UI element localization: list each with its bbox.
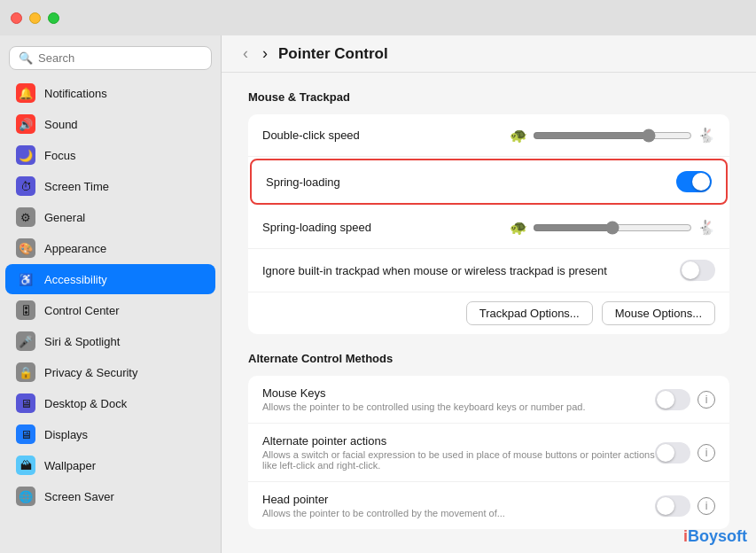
slider-container-double-click-speed: 🐢🐇 [510, 127, 715, 144]
slider-double-click-speed[interactable] [533, 129, 692, 143]
right-panel: ‹ › Pointer Control Mouse & TrackpadDoub… [222, 35, 756, 553]
accessibility-icon: ♿ [16, 269, 35, 289]
toggle-mouse-keys[interactable] [655, 389, 690, 410]
row-label-spring-loading: Spring-loading [266, 175, 676, 189]
page-title: Pointer Control [278, 45, 388, 63]
close-button[interactable] [11, 12, 22, 24]
section-title-mouse-trackpad: Mouse & Trackpad [248, 90, 729, 104]
toggle-track-mouse-keys[interactable] [655, 389, 690, 410]
sidebar-item-focus[interactable]: 🌙Focus [5, 140, 215, 170]
info-icon-mouse-keys[interactable]: i [698, 391, 715, 409]
notifications-icon: 🔔 [16, 83, 35, 103]
sidebar-item-sound[interactable]: 🔊Sound [5, 109, 215, 139]
sidebar-item-wallpaper[interactable]: 🏔Wallpaper [5, 450, 215, 480]
sidebar-item-privacy[interactable]: 🔒Privacy & Security [5, 357, 215, 387]
toggle-thumb-mouse-keys [657, 391, 674, 409]
sidebar-item-label-focus: Focus [44, 149, 75, 162]
displays-icon: 🖥 [16, 424, 35, 444]
row-label-spring-loading-speed: Spring-loading speed [262, 221, 510, 234]
sidebar-item-label-accessibility: Accessibility [44, 273, 107, 286]
panel-body: Mouse & TrackpadDouble-click speed🐢🐇Spri… [222, 73, 756, 553]
section-title-alternate-control: Alternate Control Methods [248, 352, 729, 365]
sidebar-item-accessibility[interactable]: ♿Accessibility [5, 264, 215, 294]
sidebar-item-label-appearance: Appearance [44, 242, 106, 255]
minimize-button[interactable] [29, 12, 41, 24]
sidebar-item-appearance[interactable]: 🎨Appearance [5, 233, 215, 263]
toggle-thumb-head-pointer [657, 497, 674, 515]
sidebar-item-displays[interactable]: 🖥Displays [5, 419, 215, 449]
panel-header: ‹ › Pointer Control [222, 35, 756, 73]
appearance-icon: 🎨 [16, 238, 35, 258]
toggle-track-alternate-pointer[interactable] [655, 442, 690, 463]
settings-row-ignore-trackpad: Ignore built-in trackpad when mouse or w… [248, 249, 729, 292]
toggle-head-pointer[interactable] [655, 495, 690, 517]
row-label-mouse-keys: Mouse Keys [262, 386, 655, 400]
settings-row-alternate-pointer: Alternate pointer actionsAllows a switch… [248, 424, 729, 482]
toggle-thumb-alternate-pointer [657, 444, 674, 462]
trackpad-options-button[interactable]: Trackpad Options... [466, 301, 593, 325]
sidebar-item-label-sound: Sound [44, 118, 78, 131]
sidebar-item-controlcenter[interactable]: 🎛Control Center [5, 295, 215, 325]
sidebar-item-general[interactable]: ⚙General [5, 202, 215, 232]
toggle-alternate-pointer[interactable] [655, 442, 690, 463]
buttons-row-mouse-trackpad: Trackpad Options...Mouse Options... [248, 292, 729, 334]
maximize-button[interactable] [48, 12, 59, 24]
settings-card-mouse-trackpad: Double-click speed🐢🐇Spring-loadingSpring… [248, 114, 729, 334]
titlebar [0, 0, 756, 35]
toggle-ignore-trackpad[interactable] [680, 260, 715, 281]
info-icon-head-pointer[interactable]: i [698, 497, 715, 515]
sidebar-item-label-displays: Displays [44, 428, 88, 441]
screensaver-icon: 🌐 [16, 487, 35, 506]
settings-row-head-pointer: Head pointerAllows the pointer to be con… [248, 482, 729, 529]
settings-row-spring-loading-speed: Spring-loading speed🐢🐇 [248, 206, 729, 249]
row-label-double-click-speed: Double-click speed [262, 129, 510, 142]
sidebar-item-screensaver[interactable]: 🌐Screen Saver [5, 481, 215, 511]
sidebar-item-label-notifications: Notifications [44, 87, 107, 100]
focus-icon: 🌙 [16, 145, 35, 165]
forward-button[interactable]: › [259, 43, 271, 65]
info-icon-alternate-pointer[interactable]: i [698, 444, 715, 462]
sidebar-item-screentime[interactable]: ⏱Screen Time [5, 171, 215, 201]
siri-icon: 🎤 [16, 331, 35, 351]
row-label-head-pointer: Head pointer [262, 493, 655, 506]
row-label-wrapper-mouse-keys: Mouse KeysAllows the pointer to be contr… [262, 386, 655, 412]
toggle-spring-loading[interactable] [676, 171, 712, 192]
main-content: 🔍 🔔Notifications🔊Sound🌙Focus⏱Screen Time… [0, 35, 756, 553]
row-sublabel-head-pointer: Allows the pointer to be controlled by t… [262, 508, 655, 518]
row-sublabel-alternate-pointer: Allows a switch or facial expression to … [262, 449, 655, 471]
sidebar: 🔍 🔔Notifications🔊Sound🌙Focus⏱Screen Time… [0, 35, 222, 553]
sidebar-item-desktop[interactable]: 🖥Desktop & Dock [5, 388, 215, 418]
slider-spring-loading-speed[interactable] [533, 221, 692, 235]
sidebar-item-siri[interactable]: 🎤Siri & Spotlight [5, 326, 215, 356]
toggle-track-ignore-trackpad[interactable] [680, 260, 715, 281]
settings-card-alternate-control: Mouse KeysAllows the pointer to be contr… [248, 376, 729, 529]
mouse-options-button[interactable]: Mouse Options... [602, 301, 715, 325]
search-input[interactable] [38, 51, 202, 65]
sidebar-item-label-desktop: Desktop & Dock [44, 397, 127, 410]
sound-icon: 🔊 [16, 114, 35, 134]
privacy-icon: 🔒 [16, 362, 35, 382]
sidebar-item-label-screensaver: Screen Saver [44, 490, 114, 503]
slider-icon-right-spring-loading-speed: 🐇 [698, 219, 715, 236]
sidebar-item-label-wallpaper: Wallpaper [44, 459, 96, 472]
slider-icon-right-double-click-speed: 🐇 [698, 127, 715, 144]
back-button[interactable]: ‹ [239, 43, 252, 65]
sidebar-item-label-controlcenter: Control Center [44, 304, 120, 317]
toggle-thumb-ignore-trackpad [682, 261, 699, 279]
toggle-thumb-spring-loading [692, 173, 710, 191]
sidebar-item-notifications[interactable]: 🔔Notifications [5, 78, 215, 108]
sidebar-item-label-screentime: Screen Time [44, 180, 109, 193]
toggle-track-head-pointer[interactable] [655, 495, 690, 517]
slider-icon-left-double-click-speed: 🐢 [510, 127, 527, 144]
wallpaper-icon: 🏔 [16, 456, 35, 475]
sidebar-item-label-siri: Siri & Spotlight [44, 335, 120, 348]
row-label-ignore-trackpad: Ignore built-in trackpad when mouse or w… [262, 264, 680, 277]
toggle-track-spring-loading[interactable] [676, 171, 712, 192]
row-label-wrapper-alternate-pointer: Alternate pointer actionsAllows a switch… [262, 434, 655, 471]
settings-row-mouse-keys: Mouse KeysAllows the pointer to be contr… [248, 376, 729, 424]
general-icon: ⚙ [16, 207, 35, 227]
search-bar[interactable]: 🔍 [9, 46, 212, 70]
screentime-icon: ⏱ [16, 176, 35, 196]
slider-icon-left-spring-loading-speed: 🐢 [510, 219, 527, 236]
settings-row-spring-loading: Spring-loading [250, 159, 728, 205]
